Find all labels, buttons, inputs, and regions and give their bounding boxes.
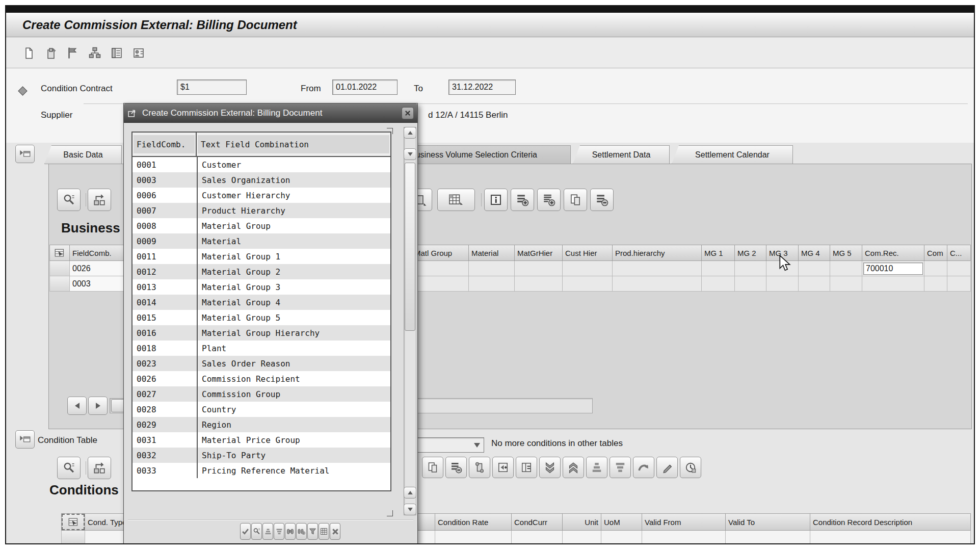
condition-contract-input[interactable]: $1 <box>177 80 247 95</box>
column-header-material[interactable]: Material <box>469 245 515 261</box>
dialog-table-row[interactable]: 0026 Commission Recipient <box>133 371 390 386</box>
dialog-table-row[interactable]: 0008 Material Group <box>133 218 390 233</box>
cell-mg1[interactable] <box>702 261 735 276</box>
cell-mg5[interactable] <box>830 261 862 276</box>
edit-pencil-button[interactable] <box>656 457 678 478</box>
cell-mg3[interactable] <box>766 276 799 292</box>
row-selector[interactable] <box>49 261 70 276</box>
scroll-left-button[interactable] <box>67 397 87 415</box>
remove-frame-button[interactable] <box>516 457 537 478</box>
copy-rows-button[interactable] <box>564 189 587 211</box>
tab-basic-data[interactable]: Basic Data <box>44 145 122 164</box>
scroll-button[interactable] <box>469 457 490 478</box>
cell-matgrhier[interactable] <box>515 276 563 292</box>
list-view-icon[interactable] <box>108 44 125 62</box>
column-header-valid-to[interactable]: Valid To <box>726 513 810 531</box>
select-all-button[interactable] <box>61 513 85 531</box>
column-header-mg1[interactable]: MG 1 <box>702 245 735 261</box>
cell-prod-hierarchy[interactable] <box>613 276 702 292</box>
dialog-table-row[interactable]: 0032 Ship-To Party <box>133 448 390 463</box>
column-header-mg2[interactable]: MG 2 <box>735 245 766 261</box>
multiple-selection-button[interactable] <box>319 523 329 540</box>
tab-settlement-calendar[interactable]: Settlement Calendar <box>672 145 793 164</box>
cell-com-rec[interactable] <box>862 276 924 292</box>
dialog-table-row[interactable]: 0013 Material Group 3 <box>133 279 390 295</box>
dialog-scrollbar-thumb[interactable] <box>405 163 415 331</box>
create-with-reference-icon[interactable] <box>42 44 60 62</box>
expand-tray-button[interactable] <box>15 430 35 449</box>
sort-ascending-button[interactable] <box>262 523 273 540</box>
cell-condition-record-description[interactable] <box>810 531 971 544</box>
cell-matgrhier[interactable] <box>515 261 563 276</box>
scroll-down-button[interactable] <box>404 504 416 515</box>
find-next-button[interactable] <box>296 523 307 540</box>
column-header-valid-from[interactable]: Valid From <box>642 513 726 531</box>
cell-mg2[interactable] <box>735 261 766 276</box>
column-header-cust-hier[interactable]: Cust Hier <box>563 245 613 261</box>
column-header-matl-group[interactable]: Matl Group <box>412 245 469 261</box>
filter-button[interactable] <box>307 523 318 540</box>
time-button[interactable] <box>680 457 701 478</box>
column-header-condition-rate[interactable]: Condition Rate <box>435 513 512 531</box>
dialog-table-row[interactable]: 0023 Sales Order Reason <box>133 356 390 371</box>
assign-button[interactable] <box>88 457 111 479</box>
person-card-icon[interactable] <box>130 44 147 62</box>
cell-mg2[interactable] <box>735 276 766 292</box>
insert-row-button[interactable] <box>511 189 534 211</box>
cell-mg4[interactable] <box>799 276 830 292</box>
valid-to-input[interactable]: 31.12.2022 <box>448 80 516 95</box>
column-header-matgrhier[interactable]: MatGrHier <box>515 245 563 261</box>
scroll-down-button[interactable] <box>404 148 416 160</box>
confirm-button[interactable] <box>240 523 251 540</box>
dialog-table-row[interactable]: 0001 Customer <box>133 157 390 172</box>
assign-button[interactable] <box>88 189 111 211</box>
delete-row-button[interactable] <box>590 189 614 211</box>
search-details-button[interactable] <box>57 189 81 211</box>
cell-com-c[interactable] <box>947 276 971 292</box>
dialog-table-row[interactable]: 0033 Pricing Reference Material <box>133 463 390 478</box>
page-down-button[interactable] <box>539 457 561 478</box>
cell-matl-group[interactable] <box>412 276 469 292</box>
dropdown-arrow-icon[interactable] <box>471 439 483 451</box>
cell-prod-hierarchy[interactable] <box>613 261 702 276</box>
info-button[interactable] <box>484 189 508 211</box>
cell-valid-to[interactable] <box>726 531 810 544</box>
column-header-unit[interactable]: Unit <box>563 513 601 531</box>
scroll-up-button[interactable] <box>404 487 416 499</box>
sort-descending-button[interactable] <box>274 523 284 540</box>
dialog-table-row[interactable]: 0028 Country <box>133 402 390 417</box>
cell-condition-rate[interactable] <box>435 531 512 544</box>
page-up-button[interactable] <box>563 457 584 478</box>
search-button[interactable] <box>251 523 262 540</box>
cell-unit[interactable] <box>563 531 601 544</box>
cell-material[interactable] <box>469 276 515 292</box>
cell-cust-hier[interactable] <box>563 276 613 292</box>
dialog-table-row[interactable]: 0016 Material Group Hierarchy <box>133 325 390 341</box>
hierarchy-icon[interactable] <box>86 44 103 62</box>
row-selector[interactable] <box>49 276 70 292</box>
cell-mg1[interactable] <box>702 276 735 292</box>
dialog-table-row[interactable]: 0009 Material <box>133 233 390 249</box>
dialog-table-row[interactable]: 0031 Material Price Group <box>133 432 390 448</box>
dialog-table-row[interactable]: 0014 Material Group 4 <box>133 295 390 310</box>
cell-mg5[interactable] <box>830 276 862 292</box>
scroll-right-button[interactable] <box>88 397 108 415</box>
cell-uom[interactable] <box>601 531 642 544</box>
cell-com[interactable] <box>924 276 947 292</box>
cell-fieldcomb[interactable]: 0026 <box>70 261 126 276</box>
sort-descending-button[interactable] <box>610 457 631 478</box>
valid-from-input[interactable]: 01.01.2022 <box>332 80 398 95</box>
row-selector[interactable] <box>61 531 85 544</box>
curved-arrow-button[interactable] <box>633 457 654 478</box>
new-document-icon[interactable] <box>20 44 38 62</box>
dialog-titlebar[interactable]: Create Commission External: Billing Docu… <box>124 103 417 123</box>
column-header-fieldcomb[interactable]: FieldComb. <box>70 245 126 261</box>
cell-com-c[interactable] <box>947 261 971 276</box>
cell-condcurr[interactable] <box>512 531 563 544</box>
tab-settlement-data[interactable]: Settlement Data <box>573 145 670 164</box>
sort-ascending-button[interactable] <box>586 457 607 478</box>
column-header-com-rec[interactable]: Com.Rec. <box>862 245 924 261</box>
insert-frame-button[interactable] <box>492 457 514 478</box>
copy-rows-button[interactable] <box>422 457 443 478</box>
dialog-table-row[interactable]: 0018 Plant <box>133 341 390 356</box>
